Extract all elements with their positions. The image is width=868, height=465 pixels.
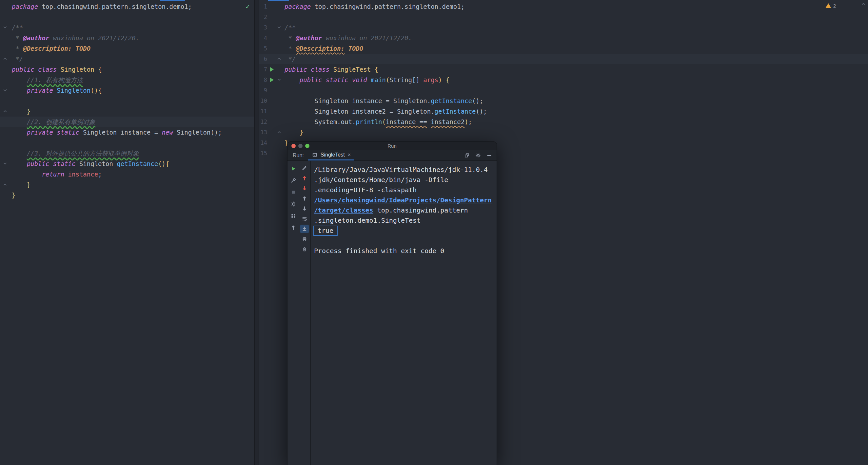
code-line: 1package top.chasingwind.pattern.singlet… [259, 1, 868, 12]
code-line [0, 137, 254, 148]
code-line: public class Singleton { [0, 64, 254, 75]
run-tabbar: Run: SingleTest × [287, 150, 497, 161]
line-number: 9 [259, 85, 268, 96]
code-line: private static Singleton instance = new … [0, 127, 254, 137]
code-line: } [0, 190, 254, 200]
inspection-warning-widget[interactable]: 2 [826, 3, 836, 8]
float-window-icon[interactable] [463, 152, 470, 159]
fold-up-icon[interactable] [277, 54, 282, 64]
line-number: 13 [259, 127, 268, 137]
console-text: /Library/Java/JavaVirtualMachines/jdk-11… [314, 166, 488, 173]
fold-down-icon[interactable] [277, 22, 282, 33]
edit-pencil-icon[interactable] [300, 164, 309, 172]
console-text: top.chasingwind.pattern [373, 206, 468, 214]
code-line: //2. 创建私有单例对象 [0, 117, 254, 127]
console-toolbars [287, 161, 311, 465]
editor-splitter[interactable] [254, 0, 259, 465]
hide-panel-icon[interactable] [486, 152, 493, 159]
code-line: 9 [259, 85, 868, 96]
fold-down-icon[interactable] [3, 159, 7, 169]
fold-up-icon[interactable] [277, 127, 282, 137]
code-line: 12 System.out.println(instance == instan… [259, 117, 868, 127]
line-number: 3 [259, 22, 268, 33]
line-number: 12 [259, 117, 268, 127]
inspection-ok-icon[interactable]: ✓ [246, 3, 250, 10]
tab-label: SingleTest [320, 152, 345, 158]
fold-down-icon[interactable] [3, 22, 7, 33]
up-icon[interactable] [300, 194, 309, 203]
line-number: 10 [259, 96, 268, 106]
tab-singletest[interactable]: SingleTest × [308, 150, 354, 161]
active-file-tab-indicator-left [160, 0, 185, 1]
fold-up-icon[interactable] [3, 54, 7, 64]
code-line: * @Description: TODO [0, 43, 254, 54]
console-text: Process finished with exit code 0 [314, 247, 444, 255]
run-line-icon[interactable] [270, 67, 274, 72]
line-number: 15 [259, 148, 268, 159]
close-window-button[interactable] [291, 144, 296, 148]
console-line: /Library/Java/JavaVirtualMachines/jdk-11… [314, 165, 497, 175]
code-line: 8 public static void main(String[] args)… [259, 75, 868, 85]
code-line: /** [0, 22, 254, 33]
console-line: /target/classes top.chasingwind.pattern [314, 205, 497, 215]
window-controls [287, 144, 309, 148]
up-red-icon[interactable] [300, 174, 309, 182]
console-line: /Users/chasingwind/IdeaProjects/DesignPa… [314, 195, 497, 205]
left-code: package top.chasingwind.pattern.singleto… [0, 0, 254, 200]
fold-up-icon[interactable] [3, 106, 7, 117]
run-label: Run: [287, 150, 308, 161]
rerun-icon[interactable] [289, 164, 298, 173]
run-window-titlebar[interactable]: Run [287, 142, 497, 150]
close-tab-icon[interactable]: × [347, 152, 351, 158]
run-tool-window: Run Run: SingleTest × /Library/Java/Java… [287, 141, 497, 465]
console-line: .singleton.demo1.SingleTest [314, 215, 497, 226]
line-number: 7 [259, 64, 268, 75]
grid-layout-icon[interactable] [289, 211, 298, 220]
zoom-window-button[interactable] [305, 144, 309, 148]
fold-down-icon[interactable] [277, 75, 282, 85]
console-line: true [314, 226, 497, 236]
code-line: public static Singleton getInstance(){ [0, 159, 254, 169]
stop-icon[interactable] [289, 188, 298, 197]
run-line-icon[interactable] [270, 77, 274, 82]
code-line: 2 [259, 12, 868, 22]
code-line: } [0, 179, 254, 190]
code-line: 4 * @author wuxinhua on 2021/12/20. [259, 33, 868, 43]
console-link[interactable]: /Users/chasingwind/IdeaProjects/DesignPa… [314, 196, 492, 204]
right-code: 1package top.chasingwind.pattern.singlet… [259, 0, 868, 159]
code-line: //3. 对外提供公共的方法获取单例对象 [0, 148, 254, 159]
code-line: 11 Singleton instance2 = Singleton.getIn… [259, 106, 868, 117]
console-output: /Library/Java/JavaVirtualMachines/jdk-11… [311, 161, 497, 465]
console-line: Process finished with exit code 0 [314, 246, 497, 256]
build-gear-icon[interactable] [289, 200, 298, 208]
tabbar-actions [463, 150, 497, 161]
console-link[interactable]: /target/classes [314, 206, 373, 214]
code-line: 6 */ [259, 54, 868, 64]
settings-gear-icon[interactable] [474, 152, 482, 159]
code-line [0, 12, 254, 22]
code-line: 3/** [259, 22, 868, 33]
console-line: .jdk/Contents/Home/bin/java -Dfile [314, 175, 497, 185]
warning-count: 2 [833, 3, 836, 8]
code-line: return instance; [0, 169, 254, 179]
pin-icon[interactable] [289, 223, 298, 232]
line-number: 11 [259, 106, 268, 117]
minimize-window-button[interactable] [298, 144, 303, 148]
console-line [314, 236, 497, 246]
printer-icon[interactable] [300, 235, 309, 243]
wrench-icon[interactable] [289, 176, 298, 185]
active-file-tab-indicator-right [268, 0, 289, 1]
code-line [0, 96, 254, 106]
fold-down-icon[interactable] [3, 85, 7, 96]
down-red-icon[interactable] [300, 184, 309, 193]
collapse-chevron-icon[interactable] [861, 1, 866, 8]
trash-icon[interactable] [300, 245, 309, 254]
line-number: 2 [259, 12, 268, 22]
soft-wrap-icon[interactable] [300, 214, 309, 223]
code-line: */ [0, 54, 254, 64]
down-icon[interactable] [300, 204, 309, 213]
console-text: .jdk/Contents/Home/bin/java -Dfile [314, 176, 448, 184]
fold-up-icon[interactable] [3, 179, 7, 190]
code-line: } [0, 106, 254, 117]
scroll-end-icon[interactable] [300, 225, 309, 233]
